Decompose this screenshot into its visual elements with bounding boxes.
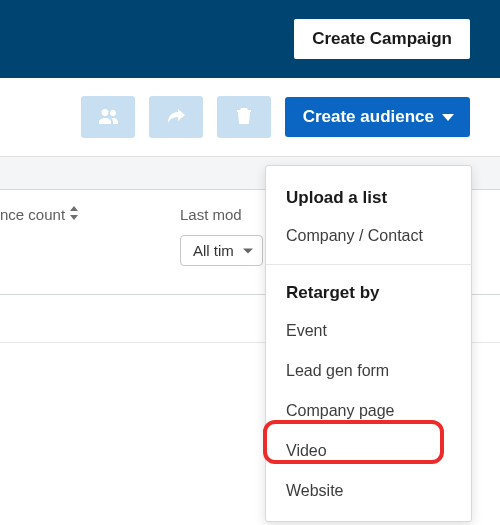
time-filter-wrap[interactable]: All tim (180, 235, 263, 266)
top-header-bar: Create Campaign (0, 0, 500, 78)
dropdown-item-company-contact[interactable]: Company / Contact (266, 216, 471, 256)
create-campaign-label: Create Campaign (312, 29, 452, 48)
count-column-label: nce count (0, 206, 65, 223)
create-audience-label: Create audience (303, 107, 434, 127)
column-count[interactable]: nce count (0, 206, 180, 223)
sort-icon (69, 206, 79, 223)
audience-icon-button[interactable] (81, 96, 135, 138)
share-icon (166, 108, 186, 127)
chevron-down-icon (243, 248, 253, 253)
dropdown-item-website[interactable]: Website (266, 471, 471, 511)
dropdown-item-company-page[interactable]: Company page (266, 391, 471, 431)
dropdown-item-video[interactable]: Video (266, 431, 471, 471)
delete-icon-button[interactable] (217, 96, 271, 138)
toolbar: Create audience (0, 78, 500, 157)
create-audience-button[interactable]: Create audience (285, 97, 470, 137)
time-filter-value: All tim (193, 242, 234, 259)
chevron-down-icon (442, 114, 454, 121)
create-campaign-button[interactable]: Create Campaign (294, 19, 470, 59)
dropdown-item-lead-gen-form[interactable]: Lead gen form (266, 351, 471, 391)
trash-icon (236, 107, 252, 128)
dropdown-item-event[interactable]: Event (266, 311, 471, 351)
create-audience-dropdown: Upload a list Company / Contact Retarget… (265, 165, 472, 522)
dropdown-retarget-header: Retarget by (266, 279, 471, 311)
dropdown-divider (266, 264, 471, 265)
dropdown-upload-header: Upload a list (266, 184, 471, 216)
share-icon-button[interactable] (149, 96, 203, 138)
people-icon (98, 108, 118, 127)
